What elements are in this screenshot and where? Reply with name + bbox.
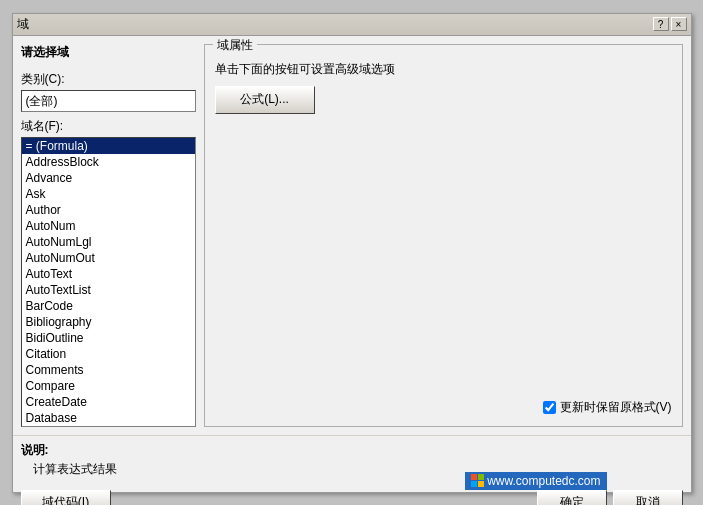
- watermark-text: www.computedc.com: [487, 474, 600, 488]
- title-bar: 域 ? ×: [13, 14, 691, 36]
- formula-button[interactable]: 公式(L)...: [215, 86, 315, 114]
- category-label: 类别(C):: [21, 71, 196, 88]
- preserve-format-label: 更新时保留原格式(V): [560, 399, 672, 416]
- list-item[interactable]: AutoNum: [22, 218, 195, 234]
- main-dialog: 域 ? × 请选择域 类别(C): (全部)日期和时间文档自动化文档信息等式和公…: [12, 13, 692, 493]
- properties-hint: 单击下面的按钮可设置高级域选项: [215, 61, 672, 78]
- properties-content: 单击下面的按钮可设置高级域选项 公式(L)...: [215, 51, 672, 114]
- list-item[interactable]: AutoTextList: [22, 282, 195, 298]
- fields-group: 域名(F): = (Formula)AddressBlockAdvanceAsk…: [21, 118, 196, 427]
- fields-label: 域名(F):: [21, 118, 196, 135]
- ok-button[interactable]: 确定: [537, 490, 607, 506]
- list-item[interactable]: Citation: [22, 346, 195, 362]
- category-select-wrapper: (全部)日期和时间文档自动化文档信息等式和公式索引和目录链接和引用邮件合并编号用…: [21, 90, 196, 112]
- list-item[interactable]: CreateDate: [22, 394, 195, 410]
- list-item[interactable]: Comments: [22, 362, 195, 378]
- description-label: 说明:: [21, 442, 683, 459]
- list-item[interactable]: Ask: [22, 186, 195, 202]
- help-button[interactable]: ?: [653, 17, 669, 31]
- field-properties-box: 域属性 单击下面的按钮可设置高级域选项 公式(L)... 更新时保留原格式(V): [204, 44, 683, 427]
- preserve-format-area: 更新时保留原格式(V): [215, 391, 672, 420]
- list-item[interactable]: AutoNumOut: [22, 250, 195, 266]
- list-item[interactable]: = (Formula): [22, 138, 195, 154]
- windows-logo: [471, 474, 484, 487]
- field-code-button[interactable]: 域代码(I): [21, 490, 111, 506]
- list-item[interactable]: AutoText: [22, 266, 195, 282]
- properties-legend: 域属性: [213, 37, 257, 54]
- fields-listbox[interactable]: = (Formula)AddressBlockAdvanceAskAuthorA…: [21, 137, 196, 427]
- left-panel-title: 请选择域: [21, 44, 196, 61]
- list-item[interactable]: AddressBlock: [22, 154, 195, 170]
- ok-cancel-buttons: www.computedc.com 确定 取消: [537, 490, 683, 506]
- dialog-title: 域: [17, 16, 29, 33]
- list-item[interactable]: Compare: [22, 378, 195, 394]
- dialog-content: 请选择域 类别(C): (全部)日期和时间文档自动化文档信息等式和公式索引和目录…: [13, 36, 691, 435]
- list-item[interactable]: Author: [22, 202, 195, 218]
- preserve-format-checkbox[interactable]: [543, 401, 556, 414]
- category-select[interactable]: (全部)日期和时间文档自动化文档信息等式和公式索引和目录链接和引用邮件合并编号用…: [21, 90, 196, 112]
- right-panel: 域属性 单击下面的按钮可设置高级域选项 公式(L)... 更新时保留原格式(V): [204, 44, 683, 427]
- watermark-badge: www.computedc.com: [465, 472, 606, 490]
- bottom-buttons-row: 域代码(I) www.computedc.com 确定 取消: [13, 484, 691, 506]
- category-group: 类别(C): (全部)日期和时间文档自动化文档信息等式和公式索引和目录链接和引用…: [21, 71, 196, 112]
- title-buttons: ? ×: [653, 17, 687, 31]
- list-item[interactable]: Advance: [22, 170, 195, 186]
- list-item[interactable]: Database: [22, 410, 195, 426]
- cancel-button[interactable]: 取消: [613, 490, 683, 506]
- list-item[interactable]: Bibliography: [22, 314, 195, 330]
- list-item[interactable]: BarCode: [22, 298, 195, 314]
- list-item[interactable]: AutoNumLgl: [22, 234, 195, 250]
- ok-area: www.computedc.com 确定: [537, 490, 607, 506]
- close-button[interactable]: ×: [671, 17, 687, 31]
- left-panel: 请选择域 类别(C): (全部)日期和时间文档自动化文档信息等式和公式索引和目录…: [21, 44, 196, 427]
- list-item[interactable]: BidiOutline: [22, 330, 195, 346]
